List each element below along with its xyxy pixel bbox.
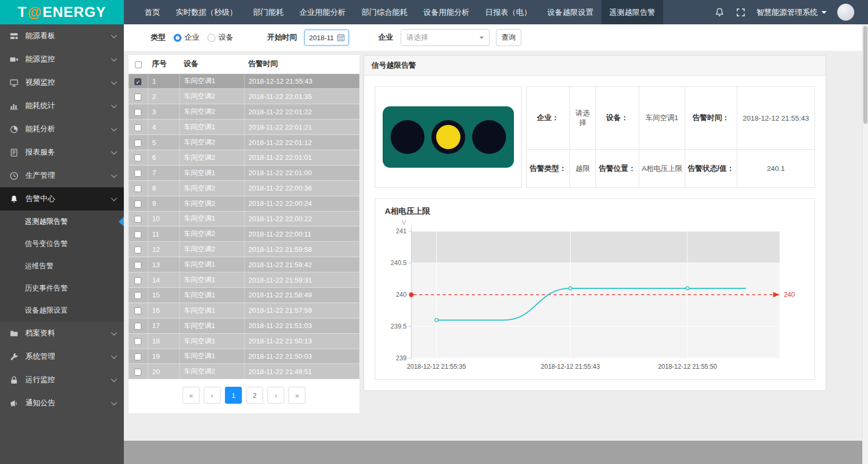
- row-checkbox[interactable]: [134, 323, 141, 330]
- table-row[interactable]: 6车间空调22018-11-22 22:01:01: [129, 150, 359, 165]
- nav-item-realtime-data[interactable]: 实时数据（秒级）: [168, 0, 245, 24]
- nav-item-telemetry-limit-alarm[interactable]: 遥测越限告警: [601, 0, 663, 24]
- fullscreen-icon[interactable]: [735, 7, 746, 17]
- table-row[interactable]: 18车间空调12018-11-22 21:50:13: [129, 333, 359, 349]
- row-checkbox-cell: [129, 89, 148, 104]
- row-device: 车间空调1: [179, 318, 244, 333]
- sidebar-subitem-signal-change-alarm[interactable]: 信号变位告警: [0, 233, 124, 255]
- last-page-button[interactable]: »: [288, 387, 305, 404]
- nav-item-home[interactable]: 首页: [137, 0, 168, 24]
- row-checkbox[interactable]: [134, 216, 141, 223]
- row-checkbox[interactable]: [134, 277, 141, 284]
- nav-item-dept-energy[interactable]: 部门能耗: [245, 0, 292, 24]
- table-row[interactable]: 3车间空调22018-11-22 22:01:22: [129, 104, 359, 120]
- table-row[interactable]: 11车间空调22018-11-22 22:00:11: [129, 226, 359, 242]
- nav-item-device-energy-analysis[interactable]: 设备用能分析: [415, 0, 477, 24]
- svg-text:241: 241: [396, 228, 406, 235]
- row-checkbox[interactable]: [134, 262, 141, 269]
- radio-company[interactable]: 企业: [174, 33, 200, 42]
- sidebar-item-energy-analysis[interactable]: 能耗分析: [0, 117, 124, 141]
- prev-page-button[interactable]: ‹: [204, 387, 221, 404]
- nav-item-dept-comprehensive-energy[interactable]: 部门综合能耗: [354, 0, 415, 24]
- row-alarm-time: 2018-11-22 21:58:49: [244, 287, 359, 303]
- scrollbar-thumb[interactable]: [863, 26, 867, 124]
- radio-device[interactable]: 设备: [207, 33, 233, 42]
- row-checkbox[interactable]: [134, 353, 141, 360]
- sidebar-item-energy-dashboard[interactable]: 能源看板: [0, 24, 124, 48]
- sidebar-item-production-management[interactable]: 生产管理: [0, 164, 124, 187]
- table-row[interactable]: 2车间空调22018-11-22 22:01:35: [129, 89, 359, 104]
- nav-item-device-limit-setting[interactable]: 设备越限设置: [539, 0, 601, 24]
- table-row[interactable]: 13车间空调12018-11-22 21:59:42: [129, 257, 359, 272]
- sidebar-item-alarm-center[interactable]: 告警中心: [0, 187, 124, 211]
- row-checkbox[interactable]: [134, 247, 141, 253]
- table-row[interactable]: 9车间空调22018-11-22 22:00:24: [129, 196, 359, 211]
- table-row[interactable]: 12车间空调22018-11-22 21:59:58: [129, 242, 359, 257]
- page-1-button[interactable]: 1: [225, 387, 242, 404]
- filter-bar: 类型 企业 设备 开始时间 2018-11 企业: [124, 24, 868, 51]
- sidebar-item-energy-monitor[interactable]: 能源监控: [0, 48, 124, 71]
- table-row[interactable]: 16车间空调12018-11-22 21:57:59: [129, 303, 359, 318]
- row-device: 车间空调1: [179, 349, 244, 364]
- next-page-button[interactable]: ›: [267, 387, 284, 404]
- first-page-button[interactable]: «: [183, 387, 200, 404]
- table-row[interactable]: 8车间空调22018-11-22 22:00:36: [129, 180, 359, 196]
- select-all-checkbox[interactable]: [135, 61, 142, 68]
- row-no: 7: [148, 165, 179, 180]
- bell-icon[interactable]: [714, 7, 725, 17]
- device-info-value: 车间空调1: [639, 87, 685, 150]
- table-row[interactable]: 4车间空调12018-11-22 22:01:21: [129, 120, 359, 135]
- nav-item-daily-report-electric[interactable]: 日报表（电）: [477, 0, 539, 24]
- table-row[interactable]: 10车间空调12018-11-22 22:00:22: [129, 211, 359, 226]
- row-checkbox[interactable]: [134, 231, 141, 238]
- row-checkbox[interactable]: [134, 170, 141, 177]
- row-checkbox[interactable]: [134, 292, 141, 299]
- sidebar-subitem-device-limit-setting[interactable]: 设备越限设置: [0, 299, 124, 322]
- row-checkbox[interactable]: [134, 307, 141, 314]
- nav-item-company-energy-analysis[interactable]: 企业用能分析: [292, 0, 354, 24]
- column-header-no: 序号: [148, 55, 179, 74]
- row-checkbox[interactable]: ✓: [134, 78, 141, 85]
- brand-logo[interactable]: T@ENERGY: [0, 0, 124, 24]
- company-select[interactable]: 请选择: [401, 29, 490, 46]
- alarm-detail-panel: 信号越限告警 企业：: [364, 55, 826, 391]
- row-checkbox[interactable]: [134, 154, 141, 161]
- row-checkbox[interactable]: [134, 94, 141, 101]
- status-info-label: 告警状态/值：: [685, 150, 737, 188]
- table-row[interactable]: ✓1车间空调12018-12-12 21:55:43: [129, 74, 359, 89]
- sidebar-item-archives[interactable]: 档案资料: [0, 322, 124, 345]
- table-row[interactable]: 7车间空调12018-11-22 22:01:00: [129, 165, 359, 180]
- avatar[interactable]: [837, 4, 854, 21]
- table-row[interactable]: 14车间空调12018-11-22 21:59:31: [129, 272, 359, 288]
- chevron-down-icon: [480, 37, 484, 39]
- row-checkbox-cell: [129, 165, 148, 180]
- calendar-icon[interactable]: [337, 33, 345, 42]
- row-checkbox[interactable]: [134, 201, 141, 207]
- row-checkbox[interactable]: [134, 338, 141, 345]
- sidebar-item-label: 告警中心: [25, 194, 111, 204]
- table-row[interactable]: 5车间空调22018-11-22 22:01:12: [129, 135, 359, 150]
- sidebar-item-report-service[interactable]: 报表服务: [0, 141, 124, 164]
- row-checkbox[interactable]: [134, 140, 141, 147]
- row-checkbox[interactable]: [134, 185, 141, 192]
- sidebar-subitem-telemetry-limit-alarm[interactable]: 遥测越限告警: [0, 211, 124, 233]
- vertical-scrollbar[interactable]: [862, 24, 868, 464]
- search-button[interactable]: 查询: [496, 29, 521, 46]
- row-checkbox[interactable]: [134, 369, 141, 376]
- table-row[interactable]: 20车间空调22018-11-22 21:49:51: [129, 364, 359, 379]
- sidebar-item-energy-stats[interactable]: 能耗统计: [0, 94, 124, 117]
- table-row[interactable]: 19车间空调12018-11-22 21:50:03: [129, 349, 359, 364]
- sidebar-item-notice[interactable]: 通知公告: [0, 392, 124, 415]
- table-row[interactable]: 17车间空调12018-11-22 21:51:03: [129, 318, 359, 333]
- table-row[interactable]: 15车间空调12018-11-22 21:58:49: [129, 287, 359, 303]
- sidebar-subitem-history-event-alarm[interactable]: 历史事件告警: [0, 277, 124, 299]
- sidebar-item-operation-monitor[interactable]: 运行监控: [0, 368, 124, 392]
- system-name-menu[interactable]: 智慧能源管理系统: [756, 7, 827, 17]
- sidebar-subitem-ops-alarm[interactable]: 运维告警: [0, 255, 124, 277]
- sidebar-item-video-monitor[interactable]: 视频监控: [0, 71, 124, 94]
- start-time-input[interactable]: 2018-11: [304, 30, 349, 46]
- page-2-button[interactable]: 2: [246, 387, 263, 404]
- row-checkbox[interactable]: [134, 124, 141, 131]
- sidebar-item-system-management[interactable]: 系统管理: [0, 345, 124, 368]
- row-checkbox[interactable]: [134, 109, 141, 116]
